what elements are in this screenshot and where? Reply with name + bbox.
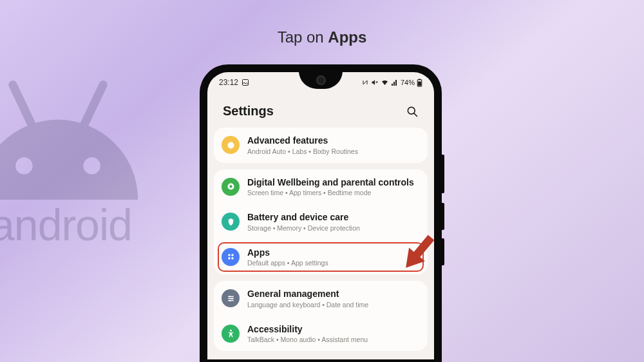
page-title: Settings — [223, 104, 274, 119]
settings-item-advanced-features[interactable]: Advanced featuresAndroid Auto • Labs • B… — [214, 128, 428, 163]
signal-icon — [391, 79, 399, 86]
svg-point-18 — [231, 258, 234, 260]
settings-header: Settings — [207, 90, 434, 128]
accessibility-icon — [222, 325, 240, 343]
settings-group: Advanced featuresAndroid Auto • Labs • B… — [214, 128, 428, 163]
care-icon — [222, 213, 240, 231]
settings-list: Advanced featuresAndroid Auto • Labs • B… — [207, 128, 434, 351]
svg-line-11 — [414, 113, 417, 116]
phone-side-button — [442, 155, 444, 193]
item-subtitle: Screen time • App timers • Bedtime mode — [247, 189, 420, 196]
phone-frame: 23:12 74% Settings Advanced featuresAndr… — [200, 64, 442, 362]
settings-item-digital-wellbeing-and-parental-controls[interactable]: Digital Wellbeing and parental controlsS… — [214, 169, 428, 205]
sliders-icon — [222, 289, 240, 307]
svg-rect-8 — [419, 79, 420, 79]
wifi-icon — [381, 79, 389, 86]
svg-point-24 — [229, 300, 231, 301]
item-title: Accessibility — [247, 324, 420, 336]
svg-point-3 — [83, 157, 100, 174]
svg-point-14 — [229, 186, 232, 188]
svg-point-2 — [15, 157, 32, 174]
item-title: Apps — [247, 247, 420, 259]
settings-group: Digital Wellbeing and parental controlsS… — [214, 169, 428, 275]
item-title: Battery and device care — [247, 212, 420, 224]
svg-line-0 — [13, 85, 32, 124]
svg-point-17 — [228, 258, 231, 260]
svg-rect-4 — [243, 80, 249, 86]
gear-icon — [222, 136, 240, 154]
settings-item-accessibility[interactable]: AccessibilityTalkBack • Mono audio • Ass… — [214, 316, 428, 352]
picture-icon — [242, 79, 249, 86]
instruction-heading: Tap on Apps — [278, 28, 367, 46]
phone-side-button — [442, 238, 444, 265]
volume-mute-icon — [371, 79, 379, 86]
search-icon[interactable] — [406, 105, 419, 118]
item-subtitle: TalkBack • Mono audio • Assistant menu — [247, 336, 420, 343]
svg-point-25 — [230, 330, 232, 332]
svg-point-16 — [231, 254, 234, 257]
wellbeing-icon — [222, 178, 240, 196]
item-subtitle: Android Auto • Labs • Bixby Routines — [247, 148, 420, 155]
battery-percent: 74% — [401, 79, 415, 86]
svg-rect-9 — [418, 81, 421, 86]
item-title: Digital Wellbeing and parental controls — [247, 177, 420, 189]
settings-group: General managementLanguage and keyboard … — [214, 281, 428, 351]
android-robot-icon — [0, 77, 155, 202]
settings-item-battery-and-device-care[interactable]: Battery and device careStorage • Memory … — [214, 204, 428, 240]
item-subtitle: Language and keyboard • Date and time — [247, 301, 420, 309]
item-title: Advanced features — [247, 135, 420, 147]
svg-point-22 — [229, 296, 231, 298]
phone-side-button — [442, 203, 444, 230]
status-time: 23:12 — [219, 78, 238, 87]
phone-screen: 23:12 74% Settings Advanced featuresAndr… — [207, 72, 434, 359]
item-subtitle: Default apps • App settings — [247, 259, 420, 267]
svg-point-15 — [228, 254, 231, 257]
svg-line-1 — [84, 85, 103, 124]
battery-icon — [417, 79, 422, 87]
settings-item-general-management[interactable]: General managementLanguage and keyboard … — [214, 281, 428, 316]
nfc-icon — [361, 79, 369, 86]
instruction-bold: Apps — [328, 28, 366, 46]
android-wordmark: android — [0, 200, 132, 250]
item-subtitle: Storage • Memory • Device protection — [247, 224, 420, 232]
settings-item-apps[interactable]: AppsDefault apps • App settings — [214, 240, 428, 275]
svg-point-23 — [231, 298, 233, 300]
instruction-prefix: Tap on — [278, 28, 328, 46]
apps-icon — [222, 248, 240, 266]
item-title: General management — [247, 289, 420, 300]
